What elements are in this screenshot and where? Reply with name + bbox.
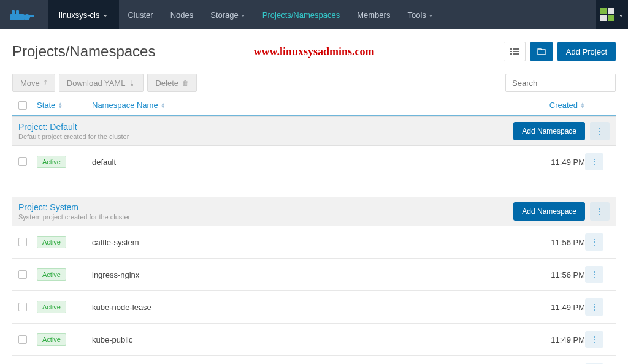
sort-icon: ▲▼ <box>58 102 63 108</box>
top-navigation: linuxsys-cls ⌄ Cluster Nodes Storage ⌄ P… <box>0 0 628 29</box>
table-row: Activekube-public11:49 PM⋮ <box>12 324 616 356</box>
delete-label: Delete <box>155 78 178 88</box>
row-checkbox[interactable] <box>18 335 27 344</box>
svg-rect-4 <box>28 15 34 17</box>
nav-storage[interactable]: Storage ⌄ <box>202 0 254 29</box>
svg-rect-8 <box>608 15 614 21</box>
delete-button[interactable]: Delete 🗑 <box>147 74 197 92</box>
namespace-name[interactable]: kube-public <box>92 335 133 344</box>
add-project-button[interactable]: Add Project <box>557 42 616 61</box>
project-header: Project: SystemSystem project created fo… <box>12 197 616 226</box>
nav-tools-label: Tools <box>407 10 426 20</box>
download-icon: ⭳ <box>129 79 136 86</box>
status-badge: Active <box>37 268 66 281</box>
kebab-icon: ⋮ <box>591 306 598 308</box>
add-namespace-button[interactable]: Add Namespace <box>513 202 585 221</box>
row-menu-button[interactable]: ⋮ <box>585 266 603 283</box>
table-header: State ▲▼ Namespace Name ▲▼ Created ▲▼ <box>12 96 616 116</box>
select-all-checkbox[interactable] <box>18 101 27 110</box>
nav-nodes[interactable]: Nodes <box>162 0 202 29</box>
created-time: 11:56 PM <box>551 238 585 247</box>
row-checkbox[interactable] <box>18 238 27 246</box>
move-button[interactable]: Move ⤴ <box>12 74 55 92</box>
search-input[interactable] <box>505 74 616 92</box>
row-checkbox[interactable] <box>18 270 27 279</box>
move-label: Move <box>20 78 40 88</box>
created-time: 11:56 PM <box>551 270 585 279</box>
kebab-icon: ⋮ <box>591 161 598 163</box>
svg-rect-6 <box>608 8 614 14</box>
namespace-name[interactable]: default <box>92 157 116 167</box>
column-state-label: State <box>37 100 55 110</box>
project-title[interactable]: Project: System <box>18 202 513 212</box>
svg-rect-10 <box>513 48 519 50</box>
row-menu-button[interactable]: ⋮ <box>585 233 603 251</box>
created-time: 11:49 PM <box>551 335 585 344</box>
cluster-selector[interactable]: linuxsys-cls ⌄ <box>48 0 119 29</box>
namespace-name[interactable]: cattle-system <box>92 238 139 247</box>
table-row: Activecattle-system11:56 PM⋮ <box>12 226 616 259</box>
avatar-icon <box>600 8 614 21</box>
svg-rect-12 <box>513 51 519 52</box>
row-checkbox[interactable] <box>18 303 27 311</box>
nav-storage-label: Storage <box>210 10 239 20</box>
user-menu[interactable]: ⌄ <box>596 0 628 29</box>
column-state[interactable]: State ▲▼ <box>37 100 92 110</box>
status-badge: Active <box>37 333 66 346</box>
chevron-down-icon: ⌄ <box>241 12 245 18</box>
download-yaml-button[interactable]: Download YAML ⭳ <box>59 74 144 92</box>
cluster-name: linuxsys-cls <box>59 10 99 20</box>
table-row: Activeingress-nginx11:56 PM⋮ <box>12 259 616 291</box>
kebab-icon: ⋮ <box>591 339 598 341</box>
row-menu-button[interactable]: ⋮ <box>585 153 603 170</box>
project-title[interactable]: Project: Default <box>18 122 513 132</box>
chevron-down-icon: ⌄ <box>429 12 433 18</box>
project-description: Default project created for the cluster <box>18 133 513 140</box>
nav-tools[interactable]: Tools ⌄ <box>399 0 441 29</box>
page-header: Projects/Namespaces www.linuxsysadmins.c… <box>12 42 616 61</box>
project-header: Project: DefaultDefault project created … <box>12 116 616 146</box>
namespace-name[interactable]: kube-node-lease <box>92 303 151 312</box>
row-menu-button[interactable]: ⋮ <box>585 298 603 316</box>
download-yaml-label: Download YAML <box>67 78 126 88</box>
list-view-button[interactable] <box>504 42 526 61</box>
kebab-icon: ⋮ <box>591 274 598 276</box>
table-row: Activekube-node-lease11:49 PM⋮ <box>12 291 616 324</box>
page-title: Projects/Namespaces <box>12 43 155 60</box>
nav-projects-namespaces[interactable]: Projects/Namespaces <box>254 0 348 29</box>
action-toolbar: Move ⤴ Download YAML ⭳ Delete 🗑 <box>12 74 616 92</box>
svg-rect-2 <box>16 10 19 15</box>
watermark-text: www.linuxsysadmins.com <box>253 45 374 58</box>
kebab-icon: ⋮ <box>596 131 603 132</box>
column-namespace-name[interactable]: Namespace Name ▲▼ <box>92 100 511 110</box>
status-badge: Active <box>37 301 66 313</box>
project-group: Project: DefaultDefault project created … <box>12 116 616 178</box>
namespace-name[interactable]: ingress-nginx <box>92 270 139 279</box>
add-namespace-button[interactable]: Add Namespace <box>513 122 585 140</box>
project-menu-button[interactable]: ⋮ <box>590 202 610 221</box>
project-menu-button[interactable]: ⋮ <box>590 122 610 140</box>
status-badge: Active <box>37 156 66 168</box>
created-time: 11:49 PM <box>551 157 585 167</box>
svg-rect-9 <box>510 48 512 50</box>
project-description: System project created for the cluster <box>18 213 513 221</box>
svg-rect-1 <box>12 10 15 15</box>
created-time: 11:49 PM <box>551 303 585 312</box>
nav-cluster[interactable]: Cluster <box>119 0 161 29</box>
svg-rect-13 <box>510 53 512 55</box>
kebab-icon: ⋮ <box>596 211 603 213</box>
nav-members[interactable]: Members <box>348 0 399 29</box>
status-badge: Active <box>37 236 66 248</box>
svg-rect-14 <box>513 53 519 55</box>
column-created[interactable]: Created ▲▼ <box>511 100 585 110</box>
kebab-icon: ⋮ <box>591 241 598 243</box>
row-checkbox[interactable] <box>18 157 27 166</box>
rancher-logo[interactable] <box>0 0 48 29</box>
column-created-label: Created <box>550 100 578 110</box>
project-group: Project: SystemSystem project created fo… <box>12 197 616 364</box>
column-name-label: Namespace Name <box>92 100 158 110</box>
folder-view-button[interactable] <box>530 42 553 61</box>
row-menu-button[interactable]: ⋮ <box>585 331 603 348</box>
table-row: Activedefault11:49 PM⋮ <box>12 146 616 178</box>
svg-rect-5 <box>600 8 607 14</box>
